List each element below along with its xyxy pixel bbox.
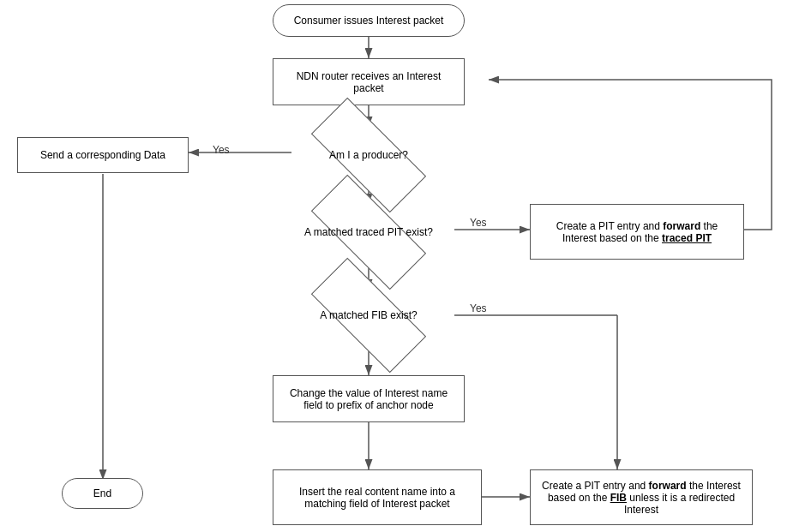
change-value-node: Change the value of Interest name field … xyxy=(273,375,465,422)
insert-real-node: Insert the real content name into a matc… xyxy=(273,469,482,525)
matched-fib-node: A matched FIB exist? xyxy=(261,287,476,343)
consumer-node: Consumer issues Interest packet xyxy=(273,4,465,37)
flowchart-diagram: Yes No Yes No Yes No Consumer issues Int… xyxy=(0,0,787,532)
yes-producer-label: Yes xyxy=(213,144,230,156)
end-node: End xyxy=(62,478,143,509)
send-data-node: Send a corresponding Data xyxy=(17,137,189,173)
ndn-router-node: NDN router receives an Interest packet xyxy=(273,58,465,105)
matched-pit-node: A matched traced PIT exist? xyxy=(261,204,476,260)
create-fib-node: Create a PIT entry and forward the Inter… xyxy=(530,469,753,525)
am-i-producer-node: Am I a producer? xyxy=(261,127,476,182)
create-pit-traced-node: Create a PIT entry and forward the Inter… xyxy=(530,204,744,260)
